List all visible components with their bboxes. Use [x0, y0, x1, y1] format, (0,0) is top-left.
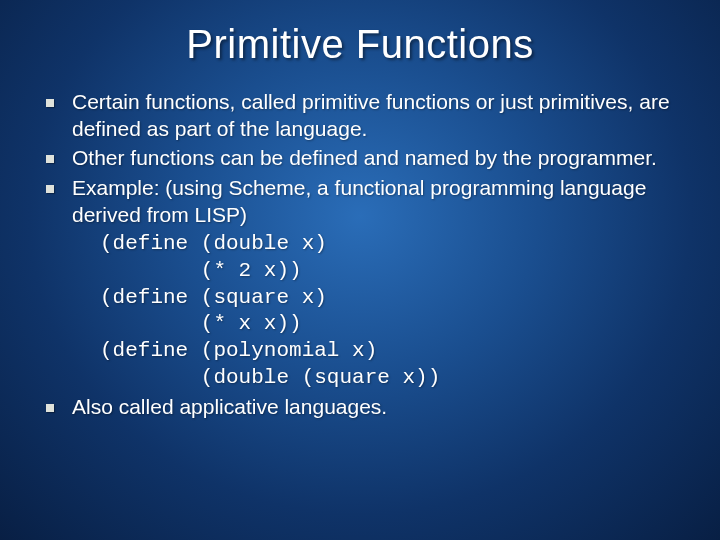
list-item: Also called applicative languages. [40, 394, 680, 421]
list-item: Example: (using Scheme, a functional pro… [40, 175, 680, 228]
slide-title: Primitive Functions [34, 22, 686, 67]
list-item: Other functions can be defined and named… [40, 145, 680, 172]
bullet-list-2: Also called applicative languages. [34, 394, 686, 421]
list-item: Certain functions, called primitive func… [40, 89, 680, 142]
code-example: (define (double x) (* 2 x)) (define (squ… [100, 231, 686, 391]
slide: Primitive Functions Certain functions, c… [0, 0, 720, 540]
bullet-list: Certain functions, called primitive func… [34, 89, 686, 228]
